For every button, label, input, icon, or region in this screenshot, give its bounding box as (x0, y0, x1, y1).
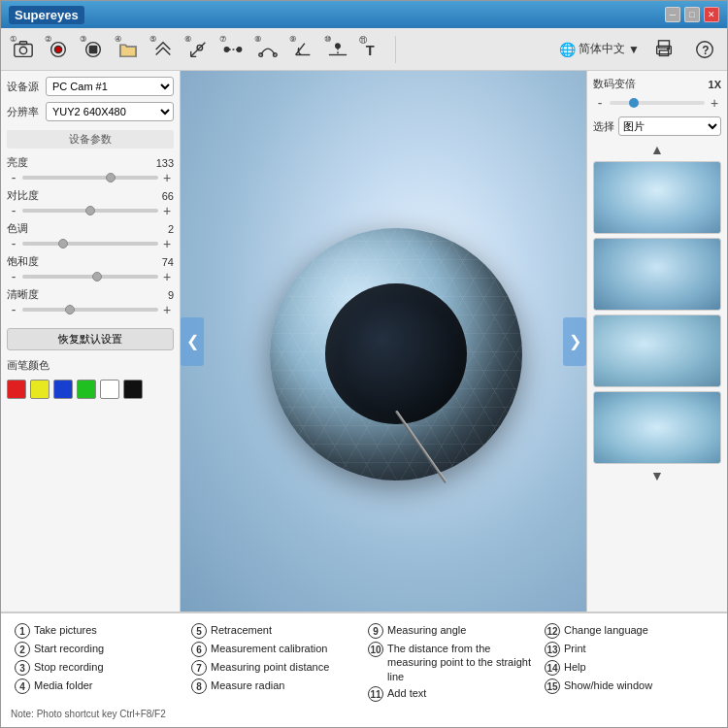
zoom-slider: - + (593, 95, 721, 111)
slider-minus[interactable]: - (7, 237, 20, 250)
slider-label: 对比度 (7, 188, 148, 203)
toolbar-separator (395, 36, 396, 63)
take-pictures-button[interactable]: ① (7, 33, 40, 66)
legend-text: Help (564, 660, 586, 674)
slider-value: 133 (150, 157, 174, 169)
slider-plus[interactable]: + (160, 204, 174, 217)
legend-text: Stop recording (34, 660, 104, 674)
legend-text: Measure radian (211, 678, 284, 692)
legend-text: Take pictures (34, 623, 97, 637)
svg-point-19 (336, 44, 341, 49)
legend-number: 2 (15, 642, 30, 657)
legend-item-12: 12 Change language (545, 623, 713, 639)
lang-dropdown-icon: ▼ (628, 43, 640, 56)
device-source-select[interactable]: PC Cam #1 (46, 77, 174, 96)
view-select[interactable]: 图片 视频 (618, 116, 721, 136)
thumbnail-1[interactable] (593, 161, 721, 234)
slider-thumb[interactable] (85, 206, 95, 215)
language-button[interactable]: 🌐 简体中文 ▼ (559, 41, 640, 57)
nav-arrow-left[interactable]: ❮ (181, 317, 204, 366)
zoom-label: 数码变倍 (593, 77, 636, 91)
thumb-image-3 (594, 315, 720, 386)
title-bar: Supereyes ─ □ ✕ (1, 1, 727, 28)
help-button[interactable]: ? (688, 33, 721, 66)
print-button[interactable] (647, 33, 680, 66)
color-swatch-0[interactable] (7, 380, 26, 399)
color-swatch-5[interactable] (123, 380, 143, 399)
thumbnail-3[interactable] (593, 314, 721, 387)
legend-item-7: 7 Measuring point distance (191, 660, 360, 676)
viewport: ❮ ❯ (181, 71, 586, 612)
svg-point-12 (237, 47, 242, 51)
slider-track[interactable] (22, 176, 158, 180)
slider-track[interactable] (22, 308, 158, 312)
thumb-image-2 (594, 239, 720, 310)
measure-radian-button[interactable]: ⑧ (251, 33, 284, 66)
slider-track[interactable] (22, 209, 158, 213)
language-icon: 🌐 (559, 42, 576, 57)
slider-track[interactable] (22, 275, 158, 279)
stop-recording-button[interactable]: ③ (77, 33, 110, 66)
svg-rect-24 (659, 50, 668, 54)
slider-thumb[interactable] (92, 272, 102, 281)
color-swatch-3[interactable] (77, 380, 96, 399)
reset-defaults-button[interactable]: 恢复默认设置 (7, 328, 174, 350)
slider-minus[interactable]: - (7, 303, 20, 316)
sliders-container: 亮度 133 - + 对比度 66 - + 色调 2 - (7, 155, 174, 320)
slider-track[interactable] (22, 242, 158, 246)
start-recording-button[interactable]: ② (42, 33, 75, 66)
measuring-angle-button[interactable]: ⑨ (286, 33, 319, 66)
slider-minus[interactable]: - (7, 171, 20, 184)
slider-plus[interactable]: + (160, 270, 174, 283)
legend-number: 9 (368, 623, 383, 639)
resolution-label: 分辨率 (7, 105, 42, 119)
slider-plus[interactable]: + (160, 303, 174, 316)
svg-point-11 (224, 47, 229, 51)
legend-number: 11 (368, 686, 383, 702)
zoom-track[interactable] (610, 101, 705, 105)
media-folder-button[interactable]: ④ (112, 33, 145, 66)
add-text-button[interactable]: ⑪ T (356, 33, 389, 66)
thumbnail-2[interactable] (593, 238, 721, 311)
slider-thumb[interactable] (106, 173, 116, 182)
maximize-button[interactable]: □ (684, 7, 700, 22)
slider-thumb[interactable] (65, 305, 75, 314)
legend-text: The distance from the measuring point to… (387, 642, 537, 683)
slider-minus[interactable]: - (7, 270, 20, 283)
slider-value: 66 (150, 190, 174, 202)
legend-number: 1 (15, 623, 30, 639)
legend-number: 4 (15, 678, 30, 694)
toolbar-right: 🌐 简体中文 ▼ ? (559, 33, 721, 66)
zoom-minus-button[interactable]: - (593, 95, 607, 111)
right-panel: 数码变倍 1X - + 选择 图片 视频 ▲ (586, 71, 727, 612)
close-button[interactable]: ✕ (704, 7, 719, 22)
minimize-button[interactable]: ─ (665, 7, 680, 22)
legend-text: Retracement (211, 623, 272, 637)
color-swatch-1[interactable] (30, 380, 50, 399)
zoom-plus-button[interactable]: + (708, 95, 721, 111)
thumbnail-4[interactable] (593, 391, 721, 464)
left-panel: 设备源 PC Cam #1 分辨率 YUY2 640X480 设备参数 亮度 1… (1, 71, 181, 612)
legend-number: 13 (545, 642, 560, 657)
measuring-point-distance-button[interactable]: ⑦ (216, 33, 249, 66)
svg-line-17 (296, 43, 305, 54)
slider-minus[interactable]: - (7, 204, 20, 217)
color-swatch-4[interactable] (100, 380, 119, 399)
color-swatch-2[interactable] (53, 380, 73, 399)
legend-item-8: 8 Measure radian (191, 678, 360, 694)
slider-label: 亮度 (7, 155, 148, 170)
nav-arrow-right[interactable]: ❯ (563, 317, 586, 366)
slider-plus[interactable]: + (160, 237, 174, 250)
slider-thumb[interactable] (58, 239, 68, 248)
thumb-nav-up[interactable]: ▲ (593, 142, 721, 157)
measurement-calibration-button[interactable]: ⑥ (182, 33, 215, 66)
legend-item-2: 2 Start recording (15, 642, 183, 657)
resolution-select[interactable]: YUY2 640X480 (46, 102, 174, 121)
legend-number: 14 (545, 660, 560, 676)
device-params-title: 设备参数 (7, 130, 174, 149)
slider-plus[interactable]: + (160, 171, 174, 184)
retracement-button[interactable]: ⑤ (147, 33, 180, 66)
thumb-nav-down[interactable]: ▼ (593, 468, 721, 483)
zoom-thumb[interactable] (629, 98, 639, 108)
point-to-line-distance-button[interactable]: ⑩ (321, 33, 354, 66)
